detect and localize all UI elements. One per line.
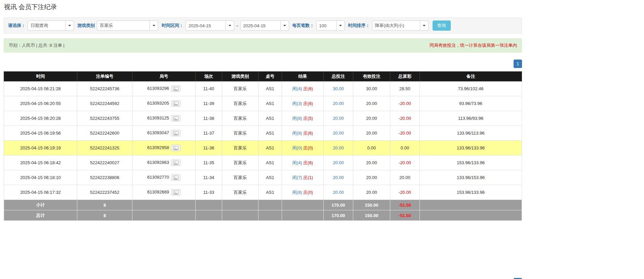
round-replay-button[interactable]	[171, 160, 180, 166]
cell-remark: 113.96/93.96	[420, 111, 522, 126]
round-replay-button[interactable]	[171, 100, 180, 107]
cell-time: 2025-04-15 06:21:28	[4, 81, 77, 96]
result-banker: 庄(6)	[303, 160, 313, 165]
cell-total-bet: 20.00	[324, 126, 353, 141]
cell-game-type: 百家乐	[222, 81, 258, 96]
cell-session: 11-40	[196, 81, 222, 96]
sort-dropdown-button[interactable]	[420, 21, 429, 31]
round-replay-button[interactable]	[171, 145, 180, 151]
game-type-label: 游戏类别	[77, 23, 95, 29]
replay-icon	[173, 131, 178, 136]
round-id-text: 613092770	[147, 175, 169, 180]
round-replay-button[interactable]	[171, 115, 180, 121]
result-banker: 庄(6)	[303, 101, 313, 106]
cell-time: 2025-04-15 06:18:10	[4, 170, 77, 185]
date-to-dropdown-button[interactable]	[281, 21, 289, 31]
total-bet-link[interactable]: 20.00	[333, 116, 344, 121]
cell-payout: -51.50	[390, 200, 420, 210]
result-banker: 庄(0)	[303, 190, 313, 195]
cell-bet-id: 522422238806	[77, 170, 132, 185]
result-banker: 庄(1)	[303, 175, 313, 180]
sort-input[interactable]	[372, 21, 420, 31]
cell-total-bet: 20.00	[324, 170, 353, 185]
page-title: 视讯 会员下注纪录	[4, 3, 522, 11]
cell-payout: 20.00	[390, 170, 420, 185]
total-bet-link[interactable]: 20.00	[333, 160, 344, 165]
result-player: 闲(8)	[292, 116, 302, 121]
page-size-label: 每页笔数：	[292, 23, 314, 29]
page-button-1[interactable]: 1	[514, 60, 522, 68]
date-to-input[interactable]	[240, 21, 281, 31]
replay-icon	[173, 87, 178, 92]
query-type-label: 请选择：	[8, 23, 26, 29]
cell-time: 2025-04-15 06:20:28	[4, 111, 77, 126]
cell-total-bet: 170.00	[324, 200, 353, 210]
game-type-dropdown-button[interactable]	[150, 21, 158, 31]
total-bet-link[interactable]: 30.00	[333, 86, 344, 91]
table-row: 2025-04-15 06:20:55522422244592613093205…	[4, 96, 522, 111]
cell-session: 11-39	[196, 96, 222, 111]
cell-remark: 73.96/102.46	[420, 81, 522, 96]
round-replay-button[interactable]	[171, 189, 180, 196]
cell-payout: -51.50	[390, 210, 420, 221]
cell-remark: 133.96/113.96	[420, 126, 522, 141]
date-from-input[interactable]	[186, 21, 226, 31]
total-bet-link[interactable]: 20.00	[333, 145, 344, 150]
column-header: 局号	[132, 72, 196, 81]
cell-payout: -20.00	[390, 185, 420, 200]
total-bet-link[interactable]: 20.00	[333, 131, 344, 136]
game-type-input[interactable]	[97, 21, 150, 31]
page-size-dropdown-button[interactable]	[336, 21, 345, 31]
cell-remark	[420, 200, 522, 210]
summary-row-total: 总计8170.00150.00-51.50	[4, 210, 522, 221]
records-table: 时间注单编号局号场次游戏类别桌号结果总投注有效投注总派彩备注 2025-04-1…	[4, 71, 522, 221]
round-replay-button[interactable]	[171, 174, 180, 181]
cell-total-bet: 20.00	[324, 185, 353, 200]
replay-icon	[173, 176, 178, 181]
cell-result: 闲(8) 庄(5)	[282, 111, 324, 126]
round-id-text: 613093296	[147, 86, 169, 91]
cell-valid-bet: 20.00	[353, 185, 390, 200]
cell-session: 11-33	[196, 185, 222, 200]
round-id-text: 613093047	[147, 130, 169, 135]
query-type-dropdown-button[interactable]	[66, 21, 74, 31]
search-button[interactable]: 查询	[433, 21, 451, 31]
column-header: 总投注	[324, 72, 353, 81]
time-range-label: 时间区间：	[162, 23, 184, 29]
query-type-input[interactable]	[28, 21, 66, 31]
round-id-text: 613092958	[147, 145, 169, 150]
round-replay-button[interactable]	[171, 85, 180, 92]
cell-round-id	[132, 210, 196, 221]
table-row: 2025-04-15 06:18:10522422238806613092770…	[4, 170, 522, 185]
cell-total-bet: 20.00	[324, 111, 353, 126]
cell-result: 闲(0) 庄(0)	[282, 141, 324, 155]
round-replay-button[interactable]	[171, 130, 180, 136]
cell-table-no: AS1	[258, 111, 282, 126]
chevron-down-icon	[283, 25, 286, 26]
result-banker: 庄(5)	[303, 116, 313, 121]
result-player: 闲(0)	[292, 145, 302, 150]
total-bet-link[interactable]: 20.00	[333, 175, 344, 180]
result-player: 闲(7)	[292, 175, 302, 180]
cell-result: 闲(4) 庄(6)	[282, 155, 324, 170]
result-player: 闲(3)	[292, 101, 302, 106]
result-player: 闲(8)	[292, 131, 302, 136]
cell-round-id: 613092770	[132, 170, 196, 185]
total-bet-link[interactable]: 20.00	[333, 101, 344, 106]
cell-count: 8	[77, 210, 132, 221]
table-row: 2025-04-15 06:19:19522422241325613092958…	[4, 141, 522, 155]
table-row: 2025-04-15 06:21:28522422245736613093296…	[4, 81, 522, 96]
pagination-top: 1	[4, 60, 522, 68]
column-header: 时间	[4, 72, 77, 81]
cell-time: 2025-04-15 06:20:55	[4, 96, 77, 111]
cell-table-no	[258, 200, 282, 210]
cell-round-id: 613092863	[132, 155, 196, 170]
total-bet-link[interactable]: 20.00	[333, 190, 344, 195]
cell-total-bet: 20.00	[324, 141, 353, 155]
page-size-input[interactable]	[316, 21, 336, 31]
cell-session: 11-34	[196, 170, 222, 185]
date-from-dropdown-button[interactable]	[226, 21, 234, 31]
cell-result: 闲(3) 庄(6)	[282, 96, 324, 111]
betting-records-page: 视讯 会员下注纪录 请选择： 游戏类别 时间区间： ~ 每页笔数： 时间排序：	[4, 3, 522, 279]
cell-game-type: 百家乐	[222, 126, 258, 141]
